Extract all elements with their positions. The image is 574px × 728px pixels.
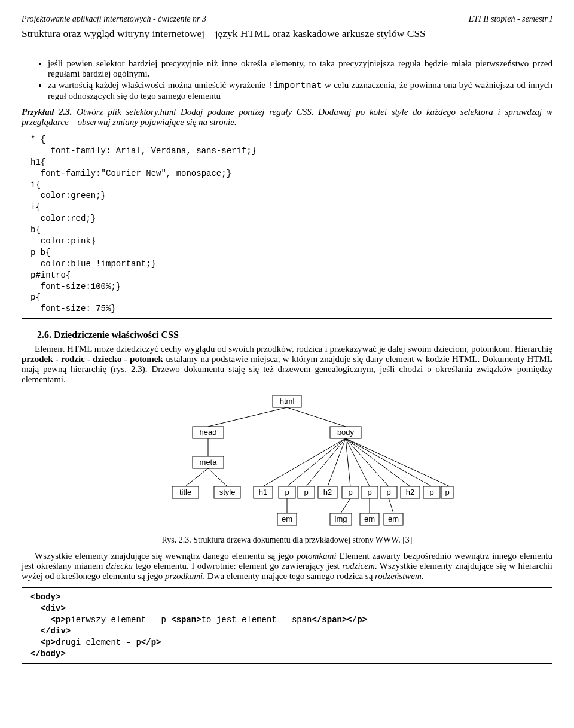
svg-text:body: body — [337, 428, 355, 437]
svg-line-13 — [346, 438, 432, 486]
text: tego elementu. I odwrotnie: element go z… — [133, 561, 342, 571]
svg-line-5 — [263, 438, 346, 486]
header-left: Projektowanie aplikacji internetowych - … — [22, 14, 206, 24]
svg-line-10 — [346, 438, 370, 486]
list-item: jeśli pewien selektor bardziej precyzyjn… — [48, 59, 552, 79]
svg-text:head: head — [200, 428, 217, 437]
section-heading: 2.6. Dziedziczenie właściwości CSS — [37, 330, 552, 340]
text: Element HTML może dziedziczyć cechy wygl… — [35, 344, 552, 354]
svg-text:em: em — [364, 515, 375, 524]
text: . — [422, 571, 424, 581]
svg-line-12 — [346, 438, 410, 486]
svg-line-0 — [208, 407, 287, 427]
example-label: Przykład 2.3. Otwórz plik selektory.html… — [22, 107, 552, 127]
italic-text: przodkami — [165, 571, 203, 581]
svg-text:p: p — [386, 488, 390, 497]
example-desc: Otwórz plik selektory.html Dodaj podane … — [22, 107, 552, 127]
svg-text:style: style — [219, 488, 236, 497]
svg-text:html: html — [280, 397, 295, 406]
text: Wszystkie elementy znajdujące się wewnąt… — [35, 551, 297, 561]
svg-line-7 — [306, 438, 346, 486]
svg-text:p: p — [348, 488, 352, 497]
svg-text:p: p — [429, 488, 433, 497]
svg-text:p: p — [285, 488, 289, 497]
text: za wartością każdej właściwości można um… — [48, 80, 268, 90]
svg-text:em: em — [388, 515, 399, 524]
svg-text:p: p — [445, 488, 449, 497]
svg-text:h1: h1 — [259, 488, 267, 497]
italic-text: dziecka — [106, 561, 133, 571]
italic-text: rodzeństwem — [375, 571, 422, 581]
svg-text:title: title — [179, 488, 191, 497]
page-title: Struktura oraz wygląd witryny internetow… — [22, 28, 552, 40]
svg-line-11 — [346, 438, 389, 486]
bold-text: przodek - rodzic - dziecko - potomek — [22, 354, 163, 364]
inline-code: !importnat — [268, 81, 322, 91]
figure-tree: html head body meta title style h1 p p h… — [22, 391, 552, 531]
svg-line-1 — [287, 407, 346, 427]
bullet-list: jeśli pewien selektor bardziej precyzyjn… — [30, 59, 552, 101]
code-block-css: * { font-family: Arial, Verdana, sans-se… — [22, 130, 552, 319]
svg-line-18 — [389, 498, 393, 513]
figure-caption: Rys. 2.3. Struktura drzewa dokumentu dla… — [22, 535, 552, 545]
svg-text:meta: meta — [200, 458, 218, 467]
svg-text:h2: h2 — [323, 488, 332, 497]
svg-text:img: img — [335, 515, 347, 524]
list-item: za wartością każdej właściwości można um… — [48, 80, 552, 101]
page-header: Projektowanie aplikacji internetowych - … — [22, 14, 552, 24]
example-number: Przykład 2.3. — [22, 107, 72, 117]
svg-line-3 — [185, 468, 208, 486]
divider — [22, 44, 552, 44]
svg-text:p: p — [304, 488, 308, 497]
svg-text:em: em — [282, 515, 292, 524]
svg-line-14 — [346, 438, 450, 486]
code-block-html: <body> <div> <p>pierwszy element – p <sp… — [22, 587, 552, 663]
svg-line-9 — [346, 438, 350, 486]
paragraph: Element HTML może dziedziczyć cechy wygl… — [22, 344, 552, 385]
header-right: ETI II stopień - semestr I — [469, 14, 552, 24]
italic-text: rodzicem — [342, 561, 374, 571]
italic-text: potomkami — [297, 551, 337, 561]
svg-text:h2: h2 — [406, 488, 414, 497]
svg-text:p: p — [367, 488, 371, 497]
text: . Dwa elementy mające tego samego rodzic… — [203, 571, 375, 581]
svg-line-16 — [341, 498, 350, 513]
paragraph: Wszystkie elementy znajdujące się wewnąt… — [22, 551, 552, 581]
svg-line-4 — [208, 468, 227, 486]
